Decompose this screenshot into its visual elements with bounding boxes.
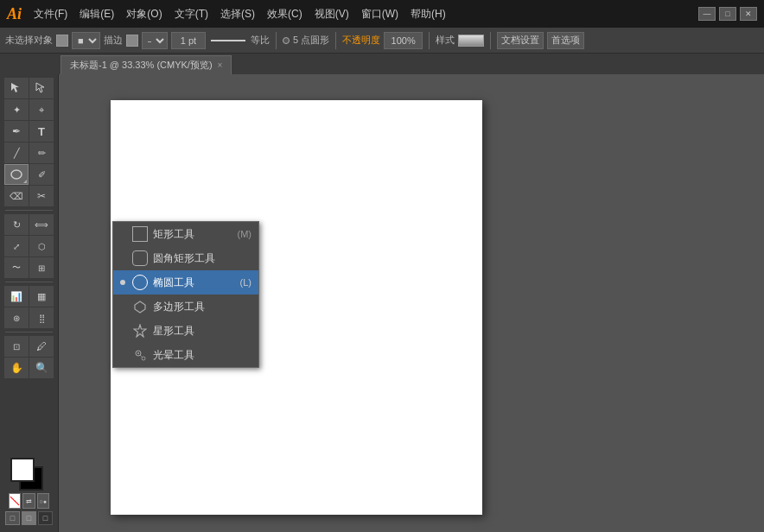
direct-selection-tool-button[interactable] [29, 78, 54, 98]
ellipse-label: 椭圆工具 [153, 276, 194, 290]
flyout-item-ellipse[interactable]: 椭圆工具 (L) [113, 270, 258, 294]
symbol-sprayer-tool-button[interactable]: ⊛ [4, 307, 29, 328]
none-color-button[interactable] [9, 493, 21, 509]
tab-close-button[interactable]: × [218, 60, 223, 70]
shear-tool-button[interactable]: ⬡ [29, 236, 54, 256]
tool-separator-2 [5, 282, 53, 282]
fill-color-box[interactable] [10, 458, 35, 482]
fullscreen-nob-mode-button[interactable]: □ [38, 511, 53, 525]
lasso-tool-button[interactable]: ⌖ [29, 99, 54, 120]
tab-bar: 未标题-1 @ 33.33% (CMYK/预览) × [0, 54, 764, 74]
color-boxes[interactable] [10, 458, 48, 491]
toolbox: ✦ ⌖ ✒ T ╱ ✏ ✐ ⌫ ✂ ↻ ⟺ [0, 74, 59, 532]
tool-row-9: 〜 ⊞ [2, 257, 56, 278]
tool-row-6: ⌫ ✂ [2, 186, 56, 206]
warp-tool-button[interactable]: 〜 [4, 257, 29, 278]
menu-help[interactable]: 帮助(H) [405, 4, 451, 24]
paint-brush-tool-button[interactable]: ✏ [29, 142, 54, 163]
no-selection-label: 未选择对象 [5, 34, 53, 47]
svg-point-4 [137, 352, 139, 354]
flyout-item-round-rect[interactable]: 圆角矩形工具 [113, 246, 258, 270]
stroke-type-select[interactable]: — [142, 32, 168, 49]
artboard-tool-button[interactable]: ⊡ [4, 336, 29, 357]
ellipse-tool-button[interactable] [4, 164, 29, 185]
eyedropper-tool-button[interactable]: 🖊 [29, 336, 54, 357]
bar-graph-tool-button[interactable]: ▦ [29, 286, 54, 307]
round-rect-icon [132, 250, 148, 266]
menu-object[interactable]: 对象(O) [121, 4, 167, 24]
star-icon [132, 323, 148, 339]
menu-text[interactable]: 文字(T) [169, 4, 213, 24]
flyout-item-flare[interactable]: 光晕工具 [113, 343, 258, 367]
menu-window[interactable]: 窗口(W) [356, 4, 404, 24]
fullscreen-mode-button[interactable]: □ [22, 511, 36, 525]
stroke-line-preview [211, 40, 245, 41]
menu-view[interactable]: 视图(V) [309, 4, 354, 24]
svg-marker-2 [134, 325, 146, 337]
graph-tool-button[interactable]: 📊 [4, 286, 29, 307]
rotate-tool-button[interactable]: ↻ [4, 214, 29, 235]
flare-icon [132, 347, 148, 363]
separator-1 [276, 32, 277, 49]
column-graph-tool-button[interactable]: ⣿ [29, 307, 54, 328]
tool-row-13: ✋ 🔍 [2, 358, 56, 378]
selection-tool-button[interactable] [4, 78, 29, 98]
hand-tool-button[interactable]: ✋ [4, 358, 29, 378]
swap-colors-button[interactable]: ⇄ [22, 493, 35, 509]
magic-wand-tool-button[interactable]: ✦ [4, 99, 29, 120]
opacity-input[interactable] [384, 32, 423, 49]
menu-select[interactable]: 选择(S) [215, 4, 260, 24]
style-preview[interactable] [458, 35, 484, 47]
pen-tool-button[interactable]: ✒ [4, 121, 29, 142]
minimize-button[interactable]: — [698, 7, 716, 21]
flare-label: 光晕工具 [153, 348, 194, 363]
stroke-color-swatch[interactable] [126, 35, 138, 47]
title-bar: Ai 文件(F) 编辑(E) 对象(O) 文字(T) 选择(S) 效果(C) 视… [0, 0, 764, 28]
canvas-area[interactable]: 矩形工具 (M) 圆角矩形工具 椭圆工具 (L) [59, 74, 764, 532]
separator-2 [335, 32, 336, 49]
shape-select[interactable]: ■ [72, 32, 100, 49]
normal-mode-button[interactable]: □ [5, 511, 20, 525]
doc-settings-button[interactable]: 文档设置 [497, 32, 544, 49]
menu-bar: 文件(F) 编辑(E) 对象(O) 文字(T) 选择(S) 效果(C) 视图(V… [29, 4, 451, 24]
flyout-item-rect[interactable]: 矩形工具 (M) [113, 222, 258, 246]
active-indicator-icon [120, 280, 125, 285]
flyout-item-star[interactable]: 星形工具 [113, 319, 258, 343]
menu-edit[interactable]: 编辑(E) [74, 4, 119, 24]
ellipse-shortcut: (L) [240, 277, 251, 288]
svg-point-0 [11, 170, 22, 179]
tool-row-5: ✐ [2, 164, 56, 185]
stroke-proportion-label: 等比 [251, 34, 270, 47]
menu-file[interactable]: 文件(F) [29, 4, 73, 24]
scissor-tool-button[interactable]: ✂ [29, 186, 54, 206]
close-button[interactable]: ✕ [740, 7, 757, 21]
color-swatch[interactable] [56, 35, 68, 47]
opacity-label: 不透明度 [342, 34, 380, 47]
document-tab[interactable]: 未标题-1 @ 33.33% (CMYK/预览) × [60, 55, 232, 74]
app-logo: Ai [7, 5, 22, 23]
preferences-button[interactable]: 首选项 [547, 32, 584, 49]
free-transform-tool-button[interactable]: ⊞ [29, 257, 54, 278]
main-layout: ✦ ⌖ ✒ T ╱ ✏ ✐ ⌫ ✂ ↻ ⟺ [0, 74, 764, 532]
window-controls: — □ ✕ [698, 7, 757, 21]
stroke-width-input[interactable] [171, 32, 206, 49]
point-indicator [283, 37, 290, 44]
ellipse-icon [132, 275, 148, 290]
eraser-tool-button[interactable]: ⌫ [4, 186, 29, 206]
separator-4 [490, 32, 491, 49]
zoom-tool-button[interactable]: 🔍 [29, 358, 54, 378]
scale-tool-button[interactable]: ⤢ [4, 236, 29, 256]
reflect-tool-button[interactable]: ⟺ [29, 214, 54, 235]
default-colors-button[interactable]: ○● [37, 493, 49, 509]
maximize-button[interactable]: □ [719, 7, 736, 21]
style-label: 样式 [436, 34, 455, 47]
tool-row-2: ✦ ⌖ [2, 99, 56, 120]
view-mode-row: □ □ □ [5, 511, 53, 525]
line-segment-tool-button[interactable]: ╱ [4, 142, 29, 163]
separator-3 [429, 32, 430, 49]
type-tool-button[interactable]: T [29, 121, 54, 142]
flyout-item-polygon[interactable]: 多边形工具 [113, 294, 258, 319]
menu-effect[interactable]: 效果(C) [262, 4, 308, 24]
pencil-tool-button[interactable]: ✐ [29, 164, 54, 185]
tool-flyout-menu[interactable]: 矩形工具 (M) 圆角矩形工具 椭圆工具 (L) [112, 221, 259, 368]
